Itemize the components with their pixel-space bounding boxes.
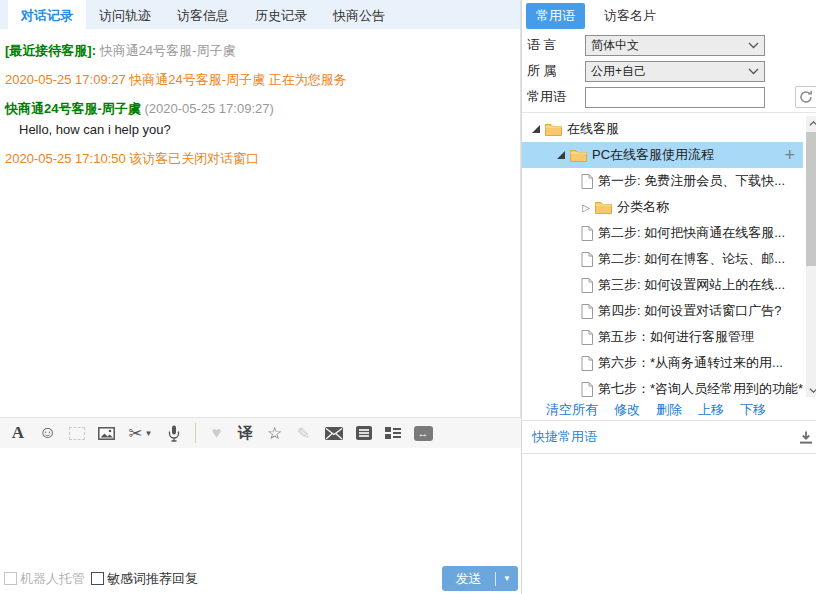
belong-value: 公用+自己 [591,63,646,80]
move-up-link[interactable]: 上移 [698,401,724,419]
sensitive-word-label: 敏感词推荐回复 [107,570,198,588]
tab-announcement[interactable]: 快商公告 [320,0,398,29]
tree-node-pc-usage-flow[interactable]: PC在线客服使用流程 + [522,142,803,168]
document-icon [581,382,593,397]
tree-scrollbar[interactable] [806,116,816,397]
sensitive-word-checkbox[interactable]: 敏感词推荐回复 [91,570,198,588]
tree-node-step2a[interactable]: 第二步: 如何把快商通在线客服... [522,220,803,246]
favorite-heart-icon[interactable]: ♥ [209,423,225,443]
phrase-list-icon[interactable] [356,423,372,443]
phrase-search-row: 常用语 [527,86,816,108]
toolbar-divider [195,423,196,443]
folder-icon [570,149,587,162]
tab-dialog-record[interactable]: 对话记录 [8,0,86,29]
font-icon[interactable]: A [10,423,26,443]
emoji-icon[interactable]: ☺ [39,423,56,443]
robot-hosting-label: 机器人托管 [20,570,85,588]
microphone-icon[interactable] [166,423,182,443]
recent-agent-row: [最近接待客服]: 快商通24号客服-周子虞 [5,43,514,58]
left-tab-bar: 对话记录 访问轨迹 访客信息 历史记录 快商公告 [0,0,520,29]
agent-name: 快商通24号客服-周子虞 [5,101,141,116]
document-icon [581,278,593,293]
tree-node-online-service[interactable]: 在线客服 [522,116,803,142]
folder-icon [595,201,612,214]
image-icon[interactable] [98,423,115,443]
quick-phrases-list-area [522,454,816,594]
right-tab-bar: 常用语 访客名片 [522,0,816,28]
tree-node-step2b[interactable]: 第二步: 如何在博客、论坛、邮... [522,246,803,272]
pencil-icon[interactable]: ✎ [296,423,312,443]
language-select[interactable]: 简体中文 [585,35,765,56]
scissors-caret-icon: ▼ [145,429,153,438]
tree-node-step7[interactable]: 第七步：*咨询人员经常用到的功能* [522,376,803,399]
collapsed-arrow-icon[interactable]: ▷ [579,202,593,213]
recent-agent-label: [最近接待客服]: [5,43,96,58]
checkbox-icon [4,572,17,585]
send-dropdown-caret-icon[interactable]: ▼ [496,574,518,583]
language-value: 简体中文 [591,37,639,54]
send-button[interactable]: 发送 ▼ [442,566,518,591]
tree-node-step1[interactable]: 第一步: 免费注册会员、下载快... [522,168,803,194]
scroll-up-icon[interactable] [806,116,816,130]
scissors-icon[interactable]: ✂ ▼ [128,423,152,443]
tab-visit-track[interactable]: 访问轨迹 [86,0,164,29]
translate-icon[interactable]: 译 [238,423,254,443]
robot-hosting-checkbox[interactable]: 机器人托管 [4,570,85,588]
clear-all-link[interactable]: 清空所有 [546,401,598,419]
document-icon [581,252,593,267]
belong-row: 所 属 公用+自己 [527,60,816,82]
belong-select[interactable]: 公用+自己 [585,61,765,82]
chat-footer-bar: 机器人托管 敏感词推荐回复 发送 ▼ [0,563,521,594]
screenshot-icon[interactable] [69,423,85,443]
chat-message-list: [最近接待客服]: 快商通24号客服-周子虞 2020-05-25 17:09:… [0,29,520,417]
modify-link[interactable]: 修改 [614,401,640,419]
add-phrase-button[interactable]: + [785,146,804,164]
recent-agent-value: 快商通24号客服-周子虞 [100,43,236,58]
system-message: 2020-05-25 17:09:27 快商通24号客服-周子虞 正在为您服务 [5,72,514,87]
tab-visitor-info[interactable]: 访客信息 [164,0,242,29]
phrase-tree: 在线客服 PC在线客服使用流程 + 第一步: 免费注册会员、下载快... ▷ [522,113,816,399]
message-input-area[interactable] [0,448,521,563]
expanded-arrow-icon[interactable] [529,125,543,133]
tab-history-record[interactable]: 历史记录 [242,0,320,29]
document-icon [581,174,593,189]
tree-node-step6[interactable]: 第六步：*从商务通转过来的用... [522,350,803,376]
download-icon[interactable] [800,431,812,444]
tree-node-step5[interactable]: 第五步：如何进行客服管理 [522,324,803,350]
agent-timestamp: (2020-05-25 17:09:27) [144,101,273,116]
chevron-down-icon [748,68,759,75]
tree-node-step4[interactable]: 第四步: 如何设置对话窗口广告? [522,298,803,324]
tree-node-step3[interactable]: 第三步: 如何设置网站上的在线... [522,272,803,298]
star-icon[interactable]: ☆ [267,423,283,443]
scroll-down-icon[interactable] [806,383,816,397]
quick-phrases-header: 快捷常用语 [522,420,816,454]
document-icon [581,226,593,241]
code-icon[interactable]: ↔ [414,423,433,443]
checkbox-icon [91,572,104,585]
delete-link[interactable]: 删除 [656,401,682,419]
phrase-actions-bar: 清空所有 修改 删除 上移 下移 [522,399,816,420]
folder-icon [545,123,562,136]
document-icon [581,304,593,319]
send-label[interactable]: 发送 [442,570,495,588]
move-down-link[interactable]: 下移 [740,401,766,419]
layout-list-icon[interactable] [385,423,401,443]
language-row: 语 言 简体中文 [527,34,816,56]
document-icon [581,356,593,371]
phrase-label: 常用语 [527,88,585,106]
compose-toolbar: A ☺ ✂ ▼ ♥ 译 ☆ ✎ [0,417,521,448]
expanded-arrow-icon[interactable] [554,151,568,159]
quick-phrases-title: 快捷常用语 [532,428,597,446]
kuaishangtong-chat-window: 对话记录 访问轨迹 访客信息 历史记录 快商公告 [最近接待客服]: 快商通24… [0,0,816,594]
system-message: 2020-05-25 17:10:50 该访客已关闭对话窗口 [5,151,514,166]
tab-common-phrases[interactable]: 常用语 [526,3,585,29]
agent-message-header: 快商通24号客服-周子虞 (2020-05-25 17:09:27) [5,101,514,116]
tree-node-category[interactable]: ▷ 分类名称 [522,194,803,220]
belong-label: 所 属 [527,62,585,80]
refresh-button[interactable] [795,86,816,108]
phrase-search-input[interactable] [585,87,765,108]
mail-icon[interactable] [325,423,343,443]
chevron-down-icon [748,42,759,49]
tab-visitor-card[interactable]: 访客名片 [594,3,666,29]
scrollbar-thumb[interactable] [806,132,816,266]
